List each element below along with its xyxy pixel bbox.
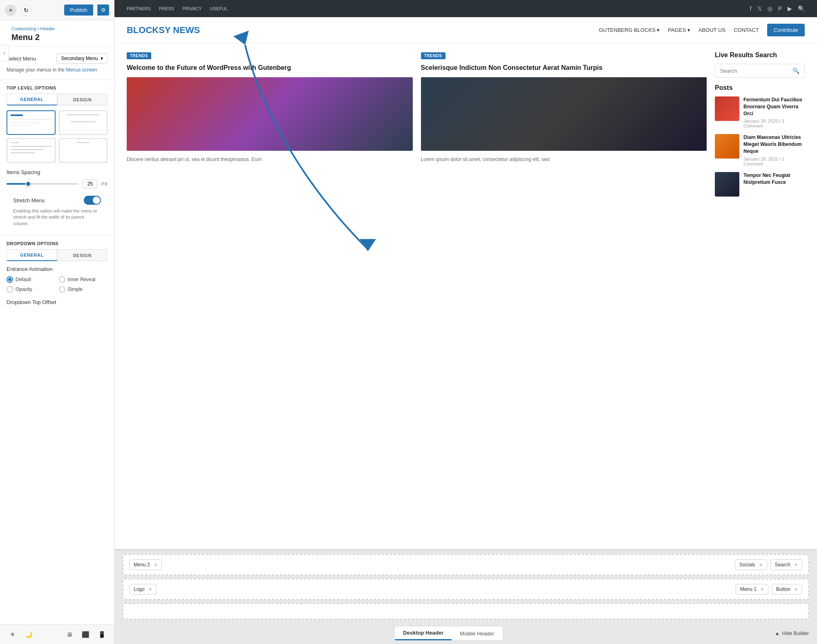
- post-1-title[interactable]: Fermentum Dui Faucibus Bnornare Quam Viv…: [743, 96, 805, 117]
- builder-tag-search[interactable]: Search ×: [770, 559, 802, 570]
- mobile-icon-button[interactable]: 📱: [96, 629, 107, 640]
- menus-screen-link[interactable]: Menus screen: [66, 67, 96, 73]
- stretch-menu-toggle[interactable]: [84, 196, 101, 205]
- hide-builder-button[interactable]: ▲ Hide Builder: [775, 631, 809, 636]
- publish-settings-button[interactable]: ⚙: [97, 4, 109, 16]
- top-nav-useful[interactable]: USEFUL: [210, 6, 228, 11]
- twitter-icon[interactable]: 𝕏: [757, 5, 762, 12]
- facebook-icon[interactable]: f: [750, 5, 752, 12]
- radio-default[interactable]: Default: [7, 276, 56, 283]
- general-tab[interactable]: GENERAL: [7, 94, 57, 105]
- logo-label: Logo: [134, 586, 145, 592]
- breadcrumb-parent[interactable]: Customizing: [11, 26, 36, 31]
- button-remove-icon[interactable]: ×: [795, 586, 798, 593]
- search-input[interactable]: [720, 68, 792, 74]
- youtube-icon[interactable]: ▶: [788, 5, 792, 12]
- layout-option-4[interactable]: [59, 138, 108, 163]
- radio-simple-circle[interactable]: [59, 286, 65, 293]
- select-menu-dropdown[interactable]: Secondary Menu ▾: [56, 53, 107, 64]
- menu1-remove-icon[interactable]: ×: [761, 586, 764, 593]
- post-item-1: Fermentum Dui Faucibus Bnornare Quam Viv…: [715, 96, 805, 128]
- radio-simple[interactable]: Simple: [59, 286, 108, 293]
- layout-option-3[interactable]: [7, 138, 56, 163]
- builder-footer: Desktop Header Mobile Header ▲ Hide Buil…: [123, 623, 809, 644]
- contribute-button[interactable]: Contribute: [767, 24, 805, 36]
- logo-remove-icon[interactable]: ×: [149, 586, 152, 593]
- instagram-icon[interactable]: ◎: [768, 5, 772, 12]
- stretch-menu-section: Stretch Menu Enabling this option will m…: [0, 190, 114, 235]
- back-button[interactable]: ‹: [0, 45, 9, 61]
- nav-about-us[interactable]: ABOUT US: [698, 27, 725, 33]
- site-main-nav: GUTENBERG BLOCKS ▾ PAGES ▾ ABOUT US CONT…: [599, 24, 805, 36]
- close-button[interactable]: ×: [5, 4, 16, 16]
- radio-default-label: Default: [16, 277, 31, 282]
- items-spacing-value[interactable]: 25: [83, 179, 97, 188]
- top-nav-partners[interactable]: PARTNERS: [127, 6, 151, 11]
- breadcrumb-child: Header: [40, 26, 55, 31]
- article-2-image: [421, 77, 707, 151]
- right-content: PARTNERS PRESS PRIVACY USEFUL f 𝕏 ◎ P ▶ …: [114, 0, 817, 644]
- post-2-thumb: [715, 134, 739, 159]
- builder-area: Menu 2 × Socials × Search ×: [114, 549, 817, 644]
- moon-icon-button[interactable]: 🌙: [23, 629, 34, 640]
- builder-tag-socials[interactable]: Socials ×: [735, 559, 767, 570]
- nav-gutenberg-blocks[interactable]: GUTENBERG BLOCKS ▾: [599, 27, 660, 33]
- search-icon[interactable]: 🔍: [792, 67, 799, 74]
- builder-tag-button[interactable]: Button ×: [772, 584, 802, 595]
- top-nav-press[interactable]: PRESS: [159, 6, 174, 11]
- layout-option-1[interactable]: [7, 110, 56, 135]
- socials-remove-icon[interactable]: ×: [759, 561, 763, 568]
- desktop-header-tab[interactable]: Desktop Header: [395, 626, 452, 640]
- tablet-icon-button[interactable]: ⬛: [80, 629, 91, 640]
- post-2-title[interactable]: Diam Maecenas Ultricies Mieget Wauris Bi…: [743, 134, 805, 154]
- posts-widget-title: Posts: [715, 84, 805, 92]
- menus-link-text: Manage your menus in the Menus screen: [7, 67, 107, 73]
- dropdown-tabs: GENERAL DESIGN: [0, 249, 114, 266]
- nav-pages[interactable]: PAGES ▾: [668, 27, 690, 33]
- articles-grid: TRENDS Welcome to the Future of WordPres…: [127, 51, 707, 202]
- builder-tag-logo[interactable]: Logo ×: [129, 584, 157, 595]
- select-menu-label: Select Menu: [7, 56, 36, 62]
- publish-button[interactable]: Publish: [64, 4, 93, 16]
- post-2-info: Diam Maecenas Ultricies Mieget Wauris Bi…: [743, 134, 805, 166]
- article-1-image: [127, 77, 413, 151]
- post-3-title[interactable]: Tempor Nec Feugiat Nislpretium Fusce: [743, 172, 805, 186]
- builder-tag-menu1[interactable]: Menu 1 ×: [736, 584, 768, 595]
- refresh-button[interactable]: ↻: [20, 4, 32, 16]
- preview-area: PARTNERS PRESS PRIVACY USEFUL f 𝕏 ◎ P ▶ …: [114, 0, 817, 644]
- search-box[interactable]: 🔍: [715, 64, 805, 78]
- search-remove-icon[interactable]: ×: [795, 561, 798, 568]
- chevron-down-icon: ▾: [101, 56, 103, 61]
- design-tab[interactable]: DESIGN: [57, 94, 108, 105]
- radio-inner-reveal-circle[interactable]: [59, 276, 65, 283]
- site-top-nav: PARTNERS PRESS PRIVACY USEFUL: [127, 6, 228, 11]
- post-1-meta: January 28, 2020 / 1 Comment: [743, 119, 805, 128]
- builder-tag-menu2[interactable]: Menu 2 ×: [129, 559, 162, 570]
- desktop-icon-button[interactable]: 🖥: [63, 629, 75, 640]
- top-nav-privacy[interactable]: PRIVACY: [182, 6, 201, 11]
- site-social-icons: f 𝕏 ◎ P ▶ 🔍: [750, 5, 805, 12]
- article-1-badge: TRENDS: [127, 52, 151, 59]
- builder-row1-right: Socials × Search ×: [735, 559, 802, 570]
- sun-icon-button[interactable]: ☀: [7, 629, 18, 640]
- nav-contact[interactable]: CONTACT: [734, 27, 759, 33]
- menu2-remove-icon[interactable]: ×: [154, 561, 157, 568]
- radio-opacity[interactable]: Opacity: [7, 286, 56, 293]
- layout-option-2[interactable]: [59, 110, 108, 135]
- logo-text-blue: NEWS: [173, 25, 200, 35]
- items-spacing-slider[interactable]: [7, 183, 78, 185]
- pinterest-icon[interactable]: P: [778, 5, 782, 12]
- dropdown-design-tab[interactable]: DESIGN: [57, 249, 108, 261]
- mobile-header-tab[interactable]: Mobile Header: [452, 626, 503, 640]
- socials-label: Socials: [739, 562, 755, 568]
- radio-opacity-circle[interactable]: [7, 286, 13, 293]
- dropdown-general-tab[interactable]: GENERAL: [7, 249, 57, 261]
- radio-default-circle[interactable]: [7, 276, 13, 283]
- menu1-label: Menu 1: [740, 586, 757, 592]
- logo-text-black: BLOCKSY: [127, 25, 170, 35]
- chevron-up-icon: ▲: [775, 631, 780, 636]
- radio-simple-label: Simple: [68, 286, 83, 292]
- radio-inner-reveal[interactable]: Inner Reveal: [59, 276, 108, 283]
- search-top-icon[interactable]: 🔍: [798, 5, 805, 12]
- site-content: TRENDS Welcome to the Future of WordPres…: [114, 43, 817, 210]
